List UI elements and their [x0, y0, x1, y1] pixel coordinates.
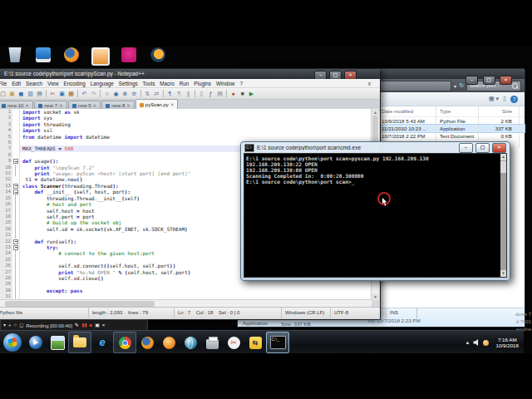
taskbar-item-firefox[interactable]	[136, 332, 158, 352]
recorder-close-icon[interactable]: ×	[102, 321, 106, 330]
toolbar-icon-sync-vertical[interactable]: ⇅	[144, 90, 152, 98]
menu-close-icon[interactable]: x	[366, 81, 373, 86]
toolbar-icon-paste[interactable]: ▦	[67, 90, 76, 98]
fold-margin[interactable]	[12, 239, 20, 244]
explorer-minimize-button[interactable]: –	[466, 76, 478, 85]
console[interactable]: E:\1 source code\python\port scan>pyscan…	[244, 153, 507, 278]
cmd-maximize-button[interactable]: ▢	[475, 143, 490, 153]
toolbar-icon-function-list[interactable]: ƒ	[207, 90, 215, 98]
toolbar-icon-doc-switcher[interactable]: ▤	[216, 90, 224, 98]
tab-close-icon[interactable]: ✕	[25, 103, 29, 108]
toolbar-icon-save-all[interactable]: ▥	[27, 90, 35, 98]
taskbar-item-firefox-orange[interactable]	[158, 332, 180, 352]
recorder-pause-icon[interactable]: ▮▮	[81, 321, 87, 330]
help-icon[interactable]: ?	[510, 96, 518, 103]
toolbar-icon-new-file[interactable]: ▢	[0, 90, 7, 98]
scroll-up-icon[interactable]: ▲	[372, 109, 379, 116]
toolbar-icon-cut[interactable]: ✂	[49, 90, 57, 98]
recorder-camera-icon[interactable]: ▣	[95, 321, 100, 330]
menu-item-encoding[interactable]: Encoding	[62, 81, 88, 86]
console-scrollbar[interactable]: ▲ ▼	[500, 154, 506, 277]
views-icon[interactable]: ▦ ▾	[489, 96, 499, 102]
toolbar-icon-redo[interactable]: ↷	[90, 90, 98, 98]
tray-expand-icon[interactable]: ▲	[466, 340, 470, 345]
toolbar-icon-stop-macro[interactable]: ■	[239, 90, 247, 98]
taskbar-item-cmd-window[interactable]: C:\_	[266, 332, 289, 353]
fold-collapse-icon[interactable]	[13, 159, 18, 164]
taskbar-item-media-player[interactable]: ▶	[25, 332, 47, 352]
horizontal-scroll-thumb[interactable]	[5, 301, 155, 307]
taskbar-item-chrome[interactable]	[113, 332, 136, 353]
toolbar-icon-zoom-out[interactable]: ⊖	[131, 90, 139, 98]
taskbar-item-internet-explorer[interactable]: e	[91, 332, 113, 352]
console-scroll-down-icon[interactable]: ▼	[500, 270, 506, 277]
taskbar-clock[interactable]: 7:16 AM 10/9/2018	[492, 337, 522, 349]
toolbar-icon-print[interactable]: ▤	[36, 90, 44, 98]
fold-collapse-icon[interactable]	[13, 239, 18, 244]
desktop-icon-firefox[interactable]	[63, 47, 80, 66]
recorder-move-icon[interactable]: +	[8, 321, 12, 330]
toolbar-icon-find[interactable]: ○	[103, 90, 111, 98]
menu-item-view[interactable]: View	[45, 81, 62, 86]
tab-close-icon[interactable]: ✕	[170, 102, 175, 107]
volume-icon[interactable]	[473, 339, 480, 346]
fold-margin[interactable]	[12, 158, 20, 164]
explorer-maximize-button[interactable]: ▢	[483, 76, 495, 85]
taskbar-item-photo-viewer[interactable]	[47, 332, 68, 352]
toolbar-icon-zoom-in[interactable]: ⊕	[121, 90, 130, 98]
tray-app-icon[interactable]	[483, 340, 489, 346]
toolbar-icon-doc-map[interactable]: ▯	[198, 90, 206, 98]
toolbar-icon-show-all-chars[interactable]: ¶	[175, 90, 184, 98]
toolbar-icon-open-folder[interactable]: ▣	[8, 90, 17, 98]
toolbar-icon-save[interactable]: ◼	[17, 90, 26, 98]
desktop-icon-blender[interactable]	[150, 47, 166, 66]
desktop-icon-app-pink[interactable]	[121, 47, 137, 66]
address-dropdown-icon[interactable]: ▾	[454, 83, 456, 89]
toolbar-icon-sync-horizontal[interactable]: ⇄	[153, 90, 161, 98]
fold-collapse-icon[interactable]	[13, 190, 18, 195]
fold-margin[interactable]	[12, 189, 20, 195]
scroll-down-icon[interactable]: ▼	[372, 293, 379, 300]
toolbar-icon-play-macro[interactable]: ▶	[248, 90, 256, 98]
menu-item-tools[interactable]: Tools	[140, 81, 158, 86]
fold-collapse-icon[interactable]	[13, 184, 18, 189]
recorder-menu-icon[interactable]: ▾	[3, 321, 6, 330]
column-header-type[interactable]: Type	[436, 106, 479, 116]
menu-item-plugins[interactable]: Plugins	[191, 81, 214, 86]
taskbar-item-printer[interactable]	[201, 332, 223, 352]
menu-item-language[interactable]: Language	[88, 81, 116, 86]
tab-close-icon[interactable]: ✕	[126, 103, 131, 108]
taskbar-item-globe-browser[interactable]	[180, 332, 201, 352]
start-button[interactable]	[3, 333, 22, 352]
toolbar-icon-indent-guide[interactable]: ∥	[185, 90, 193, 98]
preview-pane-icon[interactable]: ▯	[503, 96, 506, 102]
menu-item-help[interactable]: ?	[237, 81, 245, 86]
recorder-pen-icon[interactable]: ✎	[75, 321, 79, 330]
cmd-minimize-button[interactable]: –	[459, 143, 473, 153]
desktop-icon-recycle-bin[interactable]	[7, 47, 23, 66]
column-header-size[interactable]: Size	[479, 106, 520, 116]
refresh-icon[interactable]: ↻	[459, 82, 464, 89]
cmd-window[interactable]: C:\ E:\1 source code\python\port scan\cm…	[240, 141, 510, 281]
menu-item-edit[interactable]: Edit	[9, 81, 23, 86]
tab-close-icon[interactable]: ✕	[59, 103, 63, 108]
recorder-frame-icon[interactable]: ◻	[19, 321, 23, 330]
taskbar-item-app-yellow[interactable]: ⇆	[244, 332, 266, 352]
menu-item-macro[interactable]: Macro	[157, 81, 177, 86]
cmd-title-bar[interactable]: C:\ E:\1 source code\python\port scan\cm…	[241, 142, 510, 153]
menu-item-run[interactable]: Run	[177, 81, 192, 86]
tab-close-icon[interactable]: ✕	[93, 103, 97, 108]
recorder-stop-icon[interactable]: ■	[90, 321, 93, 330]
fold-margin[interactable]	[12, 183, 20, 189]
toolbar-icon-replace[interactable]: ◉	[112, 90, 121, 98]
menu-item-file[interactable]: File	[0, 81, 9, 86]
cmd-close-button[interactable]: ×	[492, 143, 506, 153]
taskbar-item-explorer[interactable]	[68, 332, 91, 353]
menu-item-settings[interactable]: Settings	[116, 81, 140, 86]
desktop-icon-app-blue[interactable]	[35, 47, 52, 66]
toolbar-icon-record-macro[interactable]: ●	[229, 90, 238, 98]
desktop-icon-picture[interactable]	[91, 47, 108, 66]
toolbar-icon-copy[interactable]: ▣	[58, 90, 66, 98]
console-scroll-thumb[interactable]	[500, 161, 506, 173]
toolbar-icon-word-wrap[interactable]: ¶	[166, 90, 175, 98]
